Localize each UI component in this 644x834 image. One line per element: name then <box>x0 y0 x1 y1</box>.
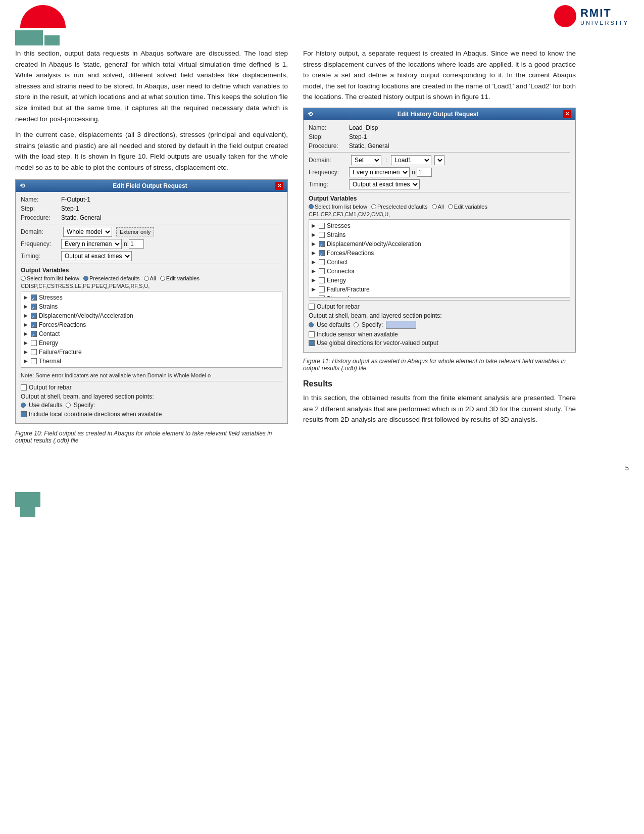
field-step-label: Step: <box>21 205 61 212</box>
history-timing-row: Timing: Output at exact times <box>309 179 570 189</box>
history-domain-row: Domain: Set : Load1 <box>309 155 570 165</box>
field-separator-1 <box>21 224 282 224</box>
h-tree-cb-stresses[interactable] <box>319 223 325 229</box>
tree-arrow-failure: ▶ <box>24 349 29 355</box>
field-radio-select-circle <box>21 276 26 281</box>
field-step-row: Step: Step-1 <box>21 205 282 212</box>
history-specify-label: Specify: <box>362 321 383 328</box>
h-tree-cb-connector[interactable] <box>319 268 325 274</box>
tree-item-forces: ▶ Forces/Reactions <box>23 320 280 329</box>
history-dialog-title: Edit History Output Request <box>398 111 479 118</box>
history-dialog-title-icon: ⟲ <box>308 111 313 118</box>
history-radio-select[interactable]: Select from list below <box>309 204 367 210</box>
tree-arrow-displacement: ▶ <box>24 313 29 318</box>
field-radio-all[interactable]: All <box>144 275 156 281</box>
h-tree-cb-thermal[interactable] <box>319 296 325 298</box>
history-radio-preselected[interactable]: Preselected defaults <box>371 204 428 210</box>
field-timing-select[interactable]: Output at exact times <box>61 251 132 261</box>
footer <box>0 487 644 522</box>
history-procedure-row: Procedure: Static, General <box>309 142 570 150</box>
left-paragraph-2: In the current case, displacements (all … <box>15 129 288 173</box>
history-radio-select-label: Select from list below <box>315 204 367 210</box>
field-step-value: Step-1 <box>61 205 79 212</box>
field-dialog-title: Edit Field Output Request <box>113 182 187 189</box>
field-note-text: Note: Some error indicators are not avai… <box>21 370 282 378</box>
tree-cb-contact[interactable] <box>31 331 37 337</box>
field-radio-select[interactable]: Select from list below <box>21 275 79 281</box>
field-domain-select[interactable]: Whole model <box>63 227 112 237</box>
field-name-label: Name: <box>21 196 61 203</box>
tree-cb-forces[interactable] <box>31 322 37 328</box>
footer-teal-rect-2 <box>20 507 35 517</box>
tree-cb-failure[interactable] <box>31 349 37 355</box>
history-dialog-close-button[interactable]: ✕ <box>563 110 571 118</box>
h-tree-item-contact: ▶ Contact <box>311 258 568 267</box>
field-radio-preselected[interactable]: Preselected defaults <box>83 275 140 281</box>
field-dialog-close-button[interactable]: ✕ <box>275 182 283 190</box>
history-radio-all[interactable]: All <box>432 204 444 210</box>
h-tree-cb-failure[interactable] <box>319 286 325 292</box>
history-ov-title: Output Variables <box>309 195 570 202</box>
h-tree-arrow-connector: ▶ <box>312 268 317 274</box>
field-specify-radio[interactable] <box>66 403 71 408</box>
history-domain-set-select[interactable]: Load1 <box>391 155 431 165</box>
history-step-value: Step-1 <box>349 133 367 140</box>
history-output-variables-section: Output Variables Select from list below … <box>309 195 570 298</box>
field-tree-wrapper: ▶ Stresses ▶ Strains ▶ <box>21 291 282 368</box>
tree-cb-strains[interactable] <box>31 304 37 310</box>
history-n-input[interactable] <box>417 168 432 177</box>
rmit-circle <box>554 5 576 27</box>
field-section-points-label: Output at shell, beam, and layered secti… <box>21 393 282 400</box>
history-use-defaults-radio[interactable] <box>309 322 314 327</box>
history-use-defaults-label: Use defaults <box>317 321 351 328</box>
history-specify-radio[interactable] <box>354 322 359 327</box>
field-frequency-label: Frequency: <box>21 240 61 248</box>
field-radio-edit[interactable]: Edit variables <box>160 275 200 281</box>
history-tree-list[interactable]: ▶ Stresses ▶ Strains ▶ <box>309 219 570 298</box>
tree-cb-stresses[interactable] <box>31 295 37 301</box>
field-rebar-checkbox[interactable] <box>21 384 27 390</box>
field-caption: Figure 10: Field output as created in Ab… <box>15 430 288 444</box>
history-include-sensor-row: Include sensor when available <box>309 331 570 338</box>
field-domain-row: Domain: Whole model Exterior only <box>21 227 282 237</box>
history-include-sensor-checkbox[interactable] <box>309 331 315 337</box>
h-tree-arrow-displacement: ▶ <box>312 241 317 247</box>
history-specify-input[interactable] <box>386 321 416 329</box>
history-radio-preselected-label: Preselected defaults <box>377 204 428 210</box>
tree-cb-energy[interactable] <box>31 340 37 346</box>
field-domain-label: Domain: <box>21 228 61 235</box>
h-tree-cb-contact[interactable] <box>319 259 325 265</box>
field-procedure-label: Procedure: <box>21 214 61 221</box>
field-include-local-checkbox[interactable] <box>21 411 27 417</box>
h-tree-cb-strains[interactable] <box>319 232 325 238</box>
teal-rect-1 <box>15 30 43 45</box>
history-domain-set-extra[interactable] <box>434 155 444 165</box>
history-frequency-label: Frequency: <box>309 169 349 176</box>
tree-cb-displacement[interactable] <box>31 313 37 319</box>
left-paragraph-1: In this section, output data requests in… <box>15 48 288 124</box>
tree-arrow-thermal: ▶ <box>24 358 29 364</box>
field-n-input[interactable] <box>129 239 144 249</box>
history-radio-edit-label: Edit variables <box>454 204 487 210</box>
history-rebar-checkbox[interactable] <box>309 304 315 310</box>
field-frequency-select[interactable]: Every n increments <box>61 239 122 249</box>
field-tree-list[interactable]: ▶ Stresses ▶ Strains ▶ <box>21 291 282 368</box>
history-global-directions-row: Use global directions for vector-valued … <box>309 339 570 347</box>
field-output-dialog: ⟲ Edit Field Output Request ✕ Name: F-Ou… <box>15 179 288 424</box>
history-global-checkbox[interactable] <box>309 340 315 346</box>
h-tree-cb-displacement[interactable] <box>319 241 325 247</box>
history-step-label: Step: <box>309 133 349 140</box>
history-domain-select[interactable]: Set <box>351 155 381 165</box>
history-dialog-body: Name: Load_Disp Step: Step-1 Procedure: … <box>304 120 575 352</box>
history-radio-all-circle <box>432 204 437 209</box>
h-tree-label-stresses: Stresses <box>327 222 351 229</box>
teal-rect-2 <box>44 35 60 45</box>
history-timing-select[interactable]: Output at exact times <box>349 179 420 189</box>
results-paragraph: In this section, the obtained results fr… <box>303 393 576 425</box>
h-tree-cb-forces[interactable] <box>319 250 325 256</box>
history-radio-edit[interactable]: Edit variables <box>448 204 487 210</box>
tree-cb-thermal[interactable] <box>31 358 37 364</box>
history-frequency-select[interactable]: Every n increments <box>349 167 410 177</box>
h-tree-cb-energy[interactable] <box>319 277 325 283</box>
field-use-defaults-radio[interactable] <box>21 403 26 408</box>
